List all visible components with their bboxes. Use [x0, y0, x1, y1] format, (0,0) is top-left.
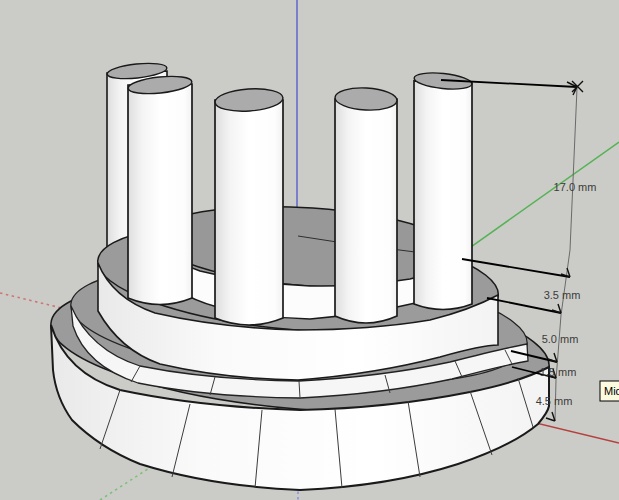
- inference-tooltip-text: Mid: [604, 385, 619, 397]
- dimension-label-base-height: 4.5 mm: [536, 395, 573, 407]
- sketchup-window: { "viewport": { "background_color": "#cb…: [0, 0, 619, 500]
- pillar-left: [127, 74, 192, 305]
- inference-tooltip: Mid: [600, 381, 619, 401]
- 3d-viewport-canvas[interactable]: 17.0 mm 3.5 mm 5.0 mm 1.5 mm 4.5 mm Mid: [0, 0, 619, 500]
- pillar-center-left: [214, 87, 283, 325]
- dimension-label-platform-height: 5.0 mm: [542, 333, 579, 345]
- dimension-label-disk-height: 3.5 mm: [544, 289, 581, 301]
- dimension-label-pillar-height: 17.0 mm: [554, 181, 597, 193]
- pillar-right: [413, 71, 472, 310]
- pillar-center-right: [334, 86, 397, 323]
- dimension-label-step-height: 1.5 mm: [540, 366, 577, 378]
